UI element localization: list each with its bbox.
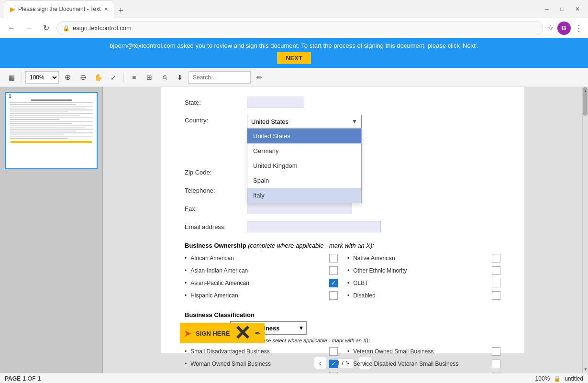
annotate-button[interactable]: ✏ xyxy=(253,71,266,84)
window-close-button[interactable]: ✕ xyxy=(571,4,584,14)
minimize-button[interactable]: ─ xyxy=(540,4,554,14)
ownership-item-glbt: • GLBT xyxy=(347,279,500,287)
checkbox-wosb[interactable]: ✓ xyxy=(329,360,338,368)
status-page-num: 1 xyxy=(22,375,26,382)
fit-page-button[interactable]: ⤢ xyxy=(107,71,120,84)
ownership-label-disabled: Disabled xyxy=(353,292,489,299)
checkbox-gc[interactable] xyxy=(492,372,500,373)
small-biz-left: • Small Disadvantaged Business • Woman O… xyxy=(185,347,338,373)
checkbox-sdb[interactable] xyxy=(329,347,338,356)
ownership-right-col: • Native American • Other Ethnic Minorit… xyxy=(347,254,500,304)
reload-button[interactable]: ↻ xyxy=(39,22,53,35)
checkbox-ha[interactable] xyxy=(329,291,338,300)
country-row: Country: United States ▼ United States G… xyxy=(185,115,500,128)
scrollbar-track[interactable]: ▲ ▼ xyxy=(582,87,588,373)
hand-tool-button[interactable]: ✋ xyxy=(91,71,105,84)
ownership-item-aia: • Asian-Indian American xyxy=(185,266,338,275)
thumbnail-item-1[interactable]: 1 xyxy=(5,92,98,169)
ownership-item-na: • Native American xyxy=(347,254,500,263)
window-controls: ─ □ ✕ xyxy=(540,4,584,14)
small-biz-label-sdvosb: Service Disabled Veteran Small Business xyxy=(353,361,489,367)
url-text: esign.textcontrol.com xyxy=(73,24,132,32)
checkbox-oem[interactable] xyxy=(492,266,500,275)
url-bar[interactable]: 🔒 esign.textcontrol.com xyxy=(56,21,543,35)
browser-menu-icon[interactable]: ⋮ xyxy=(575,23,583,33)
country-option-de[interactable]: Germany xyxy=(247,143,361,158)
sign-x-icon: ✕ xyxy=(232,323,253,343)
scroll-up-arrow[interactable]: ▲ xyxy=(583,87,588,95)
print-button[interactable]: ⎙ xyxy=(158,71,171,84)
ownership-label-ha: Hispanic American xyxy=(190,292,326,299)
ownership-item-apa: • Asian-Pacific American ✓ xyxy=(185,279,338,287)
main-layout: 1 xyxy=(0,87,588,373)
country-option-us[interactable]: United States xyxy=(247,129,361,143)
checkbox-sdvosb[interactable] xyxy=(492,360,500,368)
new-tab-button[interactable]: + xyxy=(114,4,128,18)
small-biz-right: • Veteran Owned Small Business • Service… xyxy=(347,347,500,373)
country-option-it[interactable]: Italy xyxy=(247,188,361,203)
small-biz-label-vosb: Veteran Owned Small Business xyxy=(353,348,489,355)
checkbox-na[interactable] xyxy=(492,254,500,263)
ownership-item-aa: • African American xyxy=(185,254,338,263)
active-tab[interactable]: ▶ Please sign the Document - Text ✕ xyxy=(4,0,114,18)
classification-title: Business Classification xyxy=(185,311,500,318)
status-filename: untitled xyxy=(565,375,583,382)
state-row: State: xyxy=(185,97,500,108)
document-page: State: Country: United States ▼ United S… xyxy=(161,87,524,353)
back-button[interactable]: ← xyxy=(5,22,18,35)
sign-here-container: ➤ SIGN HERE ✕ ✒ xyxy=(180,323,265,343)
small-biz-label-sdb: Small Disadvantaged Business xyxy=(190,348,326,355)
fax-input[interactable] xyxy=(247,203,352,214)
ownership-item-ha: • Hispanic American xyxy=(185,291,338,300)
maximize-button[interactable]: □ xyxy=(555,4,569,14)
checkbox-aa[interactable] xyxy=(329,254,338,263)
search-input[interactable] xyxy=(189,71,251,84)
checkbox-vosb[interactable] xyxy=(492,347,500,356)
panel-toggle-button[interactable]: ▦ xyxy=(5,71,18,84)
document-content: State: Country: United States ▼ United S… xyxy=(103,87,582,373)
ownership-label-aa: African American xyxy=(190,255,326,262)
country-option-uk[interactable]: United Kingdom xyxy=(247,158,361,173)
small-biz-item-vosb: • Veteran Owned Small Business xyxy=(347,347,500,356)
scroll-down-arrow[interactable]: ▼ xyxy=(583,365,588,373)
small-biz-item-sdb: • Small Disadvantaged Business xyxy=(185,347,338,356)
toolbar-separator xyxy=(22,73,22,82)
small-biz-label-wosb: Woman Owned Small Business xyxy=(190,361,326,367)
grid-view-button[interactable]: ⊞ xyxy=(143,71,156,84)
ownership-item-oem: • Other Ethnic Minority xyxy=(347,266,500,275)
next-button[interactable]: NEXT xyxy=(277,52,311,64)
sign-marker-icon: ✒ xyxy=(255,329,265,338)
country-select-display[interactable]: United States ▼ xyxy=(247,115,362,128)
checkbox-apa[interactable]: ✓ xyxy=(329,279,338,287)
fax-label: Fax: xyxy=(185,205,247,212)
thumbnail-content xyxy=(8,95,95,166)
sign-here-button[interactable]: SIGN HERE xyxy=(196,330,230,337)
download-button[interactable]: ⬇ xyxy=(173,71,187,84)
list-view-button[interactable]: ≡ xyxy=(127,71,141,84)
forward-button[interactable]: → xyxy=(22,22,35,35)
checkbox-disabled[interactable] xyxy=(492,291,500,300)
document-toolbar: ▦ 100% 50% 75% 125% 150% 200% ⊕ ⊖ ✋ ⤢ ≡ … xyxy=(0,68,588,87)
state-input[interactable] xyxy=(247,97,304,108)
ownership-label-apa: Asian-Pacific American xyxy=(190,280,326,286)
zip-label: Zip Code: xyxy=(185,169,247,176)
country-option-es[interactable]: Spain xyxy=(247,173,361,188)
lock-icon: 🔒 xyxy=(63,25,70,32)
ownership-left-col: • African American • Asian-Indian Americ… xyxy=(185,254,338,304)
zoom-in-button[interactable]: ⊕ xyxy=(61,71,74,84)
zoom-select[interactable]: 100% 50% 75% 125% 150% 200% xyxy=(25,71,59,84)
toolbar-separator-2 xyxy=(123,73,124,82)
address-bar: ← → ↻ 🔒 esign.textcontrol.com ☆ B ⋮ xyxy=(0,18,588,38)
email-input[interactable] xyxy=(247,221,381,232)
checkbox-hub[interactable] xyxy=(329,372,338,373)
star-icon[interactable]: ☆ xyxy=(547,23,554,33)
country-dropdown: United States Germany United Kingdom Spa… xyxy=(247,128,362,203)
tab-close-icon[interactable]: ✕ xyxy=(104,6,108,12)
status-page-label: PAGE xyxy=(5,375,21,382)
checkbox-aia[interactable] xyxy=(329,266,338,275)
ownership-label-na: Native American xyxy=(353,255,489,262)
status-of-label: OF xyxy=(28,375,36,382)
zoom-out-button[interactable]: ⊖ xyxy=(76,71,89,84)
profile-button[interactable]: B xyxy=(557,22,571,35)
checkbox-glbt[interactable] xyxy=(492,279,500,287)
